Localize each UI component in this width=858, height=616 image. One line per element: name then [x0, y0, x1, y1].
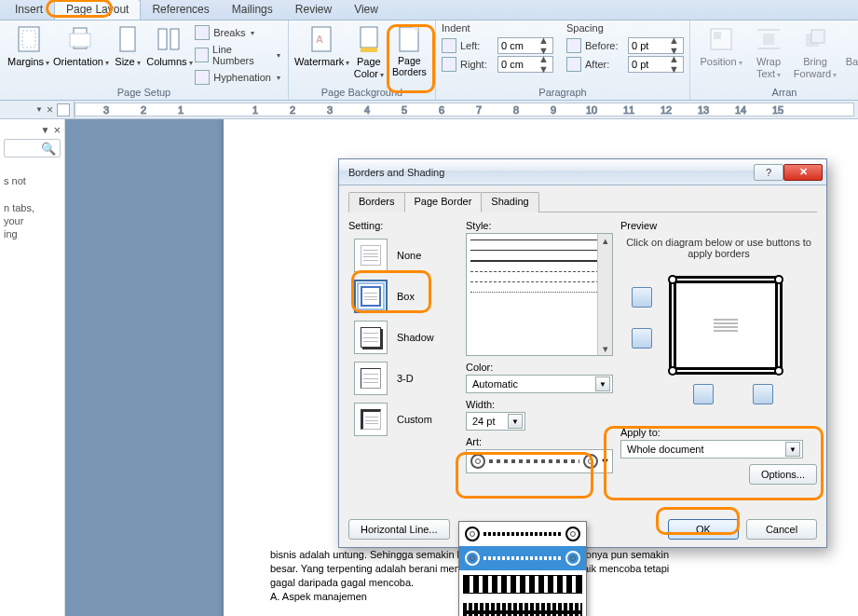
hyphenation-button[interactable]: Hyphenation▾ — [193, 69, 282, 86]
page-borders-icon — [394, 24, 424, 54]
svg-text:8: 8 — [513, 104, 519, 116]
svg-rect-18 — [811, 30, 824, 43]
close-icon[interactable]: × — [47, 103, 53, 116]
svg-rect-11 — [400, 27, 418, 51]
svg-text:12: 12 — [661, 104, 672, 116]
tab-borders[interactable]: Borders — [348, 192, 405, 212]
indent-right-field[interactable]: 0 cm▲▼ — [497, 56, 553, 73]
svg-text:2: 2 — [141, 104, 146, 116]
svg-text:2: 2 — [290, 104, 295, 116]
tab-shading[interactable]: Shading — [481, 192, 538, 212]
orientation-button[interactable]: Orientation▾ — [53, 22, 109, 70]
svg-rect-6 — [170, 29, 179, 49]
cancel-button[interactable]: Cancel — [746, 519, 817, 540]
menu-view[interactable]: View — [343, 0, 389, 20]
ok-button[interactable]: OK — [668, 519, 739, 540]
send-back-button[interactable]: Back — [841, 22, 858, 70]
nav-message: s not n tabs, your ing — [4, 174, 61, 240]
margins-button[interactable]: Margins▾ — [6, 22, 51, 70]
art-combo[interactable]: ▼ — [466, 449, 613, 473]
position-icon — [706, 24, 736, 54]
menu-references[interactable]: References — [141, 0, 220, 20]
width-combo[interactable]: 24 pt▼ — [466, 412, 525, 431]
svg-text:13: 13 — [698, 104, 709, 116]
horizontal-ruler[interactable]: 321 1234 5678 9101112 131415 — [75, 103, 854, 116]
art-label: Art: — [466, 436, 613, 447]
dropdown-icon[interactable]: ▼ — [35, 105, 43, 114]
page-color-icon — [354, 24, 384, 54]
setting-none[interactable]: None — [348, 235, 458, 276]
preview-diagram[interactable] — [620, 265, 817, 395]
page-borders-button[interactable]: Page Borders — [389, 22, 429, 79]
wrap-text-icon — [754, 24, 783, 54]
group-arrange: Arran — [696, 86, 858, 100]
size-button[interactable]: Size▾ — [111, 22, 144, 70]
watermark-button[interactable]: A Watermark▾ — [294, 22, 348, 70]
setting-box[interactable]: Box — [348, 276, 458, 317]
options-button[interactable]: Options... — [749, 464, 817, 485]
spacing-before-field[interactable]: 0 pt▲▼ — [628, 37, 684, 54]
style-list[interactable]: ▴▾ — [466, 233, 613, 356]
horizontal-line-button[interactable]: Horizontal Line... — [348, 519, 450, 540]
preview-hint: Click on diagram below or use buttons to… — [620, 237, 817, 259]
ruler-toggle[interactable] — [57, 103, 70, 116]
menu-insert[interactable]: Insert — [4, 0, 54, 20]
art-dropdown-list[interactable] — [458, 521, 587, 616]
borders-shading-dialog: Borders and Shading ? ✕ Borders Page Bor… — [338, 158, 827, 548]
tab-page-border[interactable]: Page Border — [404, 192, 483, 212]
border-left-toggle[interactable] — [693, 384, 714, 404]
menu-review[interactable]: Review — [284, 0, 343, 20]
main-menu: Insert Page Layout References Mailings R… — [0, 0, 858, 21]
chevron-down-icon: ▼ — [785, 442, 800, 457]
border-bottom-toggle[interactable] — [632, 328, 652, 349]
spacing-before-label: Before: — [585, 40, 624, 51]
svg-text:15: 15 — [772, 104, 783, 116]
chevron-down-icon: ▼ — [600, 456, 610, 467]
svg-text:A: A — [316, 34, 323, 45]
indent-right-icon — [442, 57, 456, 72]
position-button[interactable]: Position▾ — [696, 22, 746, 70]
svg-text:1: 1 — [252, 104, 258, 116]
nav-search-input[interactable]: 🔍 — [4, 139, 61, 157]
nav-dropdown-icon[interactable]: ▼ — [41, 125, 50, 135]
dialog-title: Borders and Shading — [348, 167, 444, 178]
svg-rect-10 — [361, 48, 377, 52]
indent-header: Indent — [442, 22, 553, 35]
setting-3d[interactable]: 3-D — [348, 358, 458, 399]
color-combo[interactable]: Automatic▼ — [466, 375, 613, 393]
nav-close-icon[interactable]: × — [53, 123, 61, 137]
apply-to-combo[interactable]: Whole document▼ — [620, 440, 803, 459]
line-numbers-button[interactable]: Line Numbers▾ — [193, 43, 282, 67]
menu-mailings[interactable]: Mailings — [221, 0, 284, 20]
color-label: Color: — [466, 362, 613, 373]
setting-shadow[interactable]: Shadow — [348, 317, 458, 358]
setting-label: Setting: — [348, 220, 458, 231]
indent-left-field[interactable]: 0 cm▲▼ — [497, 37, 553, 54]
border-right-toggle[interactable] — [753, 384, 773, 404]
ribbon: Margins▾ Orientation▾ Size▾ Columns▾ Bre… — [0, 21, 858, 101]
menu-page-layout[interactable]: Page Layout — [54, 0, 141, 20]
group-paragraph: Paragraph — [442, 86, 684, 100]
scrollbar[interactable]: ▴▾ — [597, 234, 612, 355]
close-button[interactable]: ✕ — [783, 164, 823, 181]
spacing-header: Spacing — [566, 22, 684, 35]
style-label: Style: — [466, 220, 613, 231]
navigation-pane: ▼× 🔍 s not n tabs, your ing — [0, 119, 65, 616]
help-button[interactable]: ? — [754, 164, 783, 181]
bring-forward-button[interactable]: Bring Forward▾ — [791, 22, 839, 81]
columns-button[interactable]: Columns▾ — [146, 22, 191, 70]
breaks-button[interactable]: Breaks▾ — [193, 24, 282, 41]
apply-to-label: Apply to: — [620, 427, 817, 438]
spacing-after-field[interactable]: 0 pt▲▼ — [628, 56, 684, 73]
setting-custom[interactable]: Custom — [348, 399, 458, 440]
line-numbers-icon — [195, 48, 209, 62]
border-top-toggle[interactable] — [632, 287, 652, 308]
group-page-setup: Page Setup — [6, 86, 282, 100]
wrap-text-button[interactable]: Wrap Text▾ — [748, 22, 789, 81]
send-back-icon — [842, 24, 858, 54]
dialog-titlebar[interactable]: Borders and Shading ? ✕ — [339, 159, 826, 185]
page-color-button[interactable]: Page Color▾ — [350, 22, 388, 81]
svg-text:5: 5 — [402, 104, 407, 116]
columns-icon — [154, 24, 184, 54]
svg-text:14: 14 — [735, 104, 746, 116]
